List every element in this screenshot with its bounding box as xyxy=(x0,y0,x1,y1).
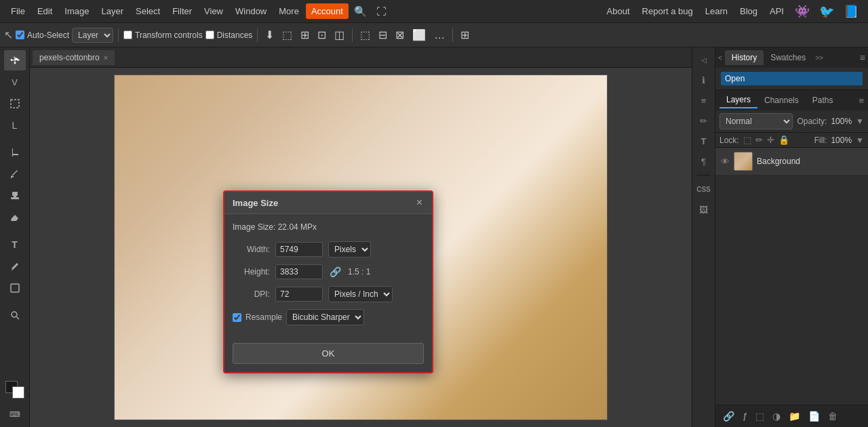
color-picker[interactable] xyxy=(5,381,24,399)
report-bug-link[interactable]: Report a bug xyxy=(637,3,698,19)
toolbar-icon-3[interactable]: ⊞ xyxy=(298,27,312,43)
facebook-icon[interactable]: 📘 xyxy=(840,1,863,22)
toolbar-icon-2[interactable]: ⬚ xyxy=(279,27,295,43)
fill-dropdown-icon[interactable]: ▼ xyxy=(856,136,864,145)
layers-menu-icon[interactable]: ≡ xyxy=(859,96,864,106)
lock-move-icon[interactable]: ✛ xyxy=(767,135,774,145)
menu-file[interactable]: File xyxy=(5,3,31,19)
layer-select[interactable]: Layer xyxy=(72,28,113,43)
menu-filter[interactable]: Filter xyxy=(167,3,197,19)
swatches-tab[interactable]: Swatches xyxy=(764,50,812,65)
dialog-close-button[interactable]: × xyxy=(415,197,424,208)
canvas-tab[interactable]: pexels-cottonbro × xyxy=(33,50,115,65)
toolbar-icon-4[interactable]: ⊡ xyxy=(315,27,329,43)
menu-edit[interactable]: Edit xyxy=(32,3,58,19)
menu-more[interactable]: More xyxy=(273,3,304,19)
twitter-icon[interactable]: 🐦 xyxy=(815,1,838,22)
toolbar-icon-9[interactable]: ⬜ xyxy=(410,27,429,43)
toolbar-icon-6[interactable]: ⬚ xyxy=(357,27,373,43)
tab-close-button[interactable]: × xyxy=(104,54,108,62)
dpi-unit-select[interactable]: Pixels / Inch xyxy=(328,286,393,302)
tool-select[interactable]: V xyxy=(4,72,26,92)
info-icon[interactable]: ℹ xyxy=(694,70,713,89)
image-thumb-icon[interactable]: 🖼 xyxy=(694,200,713,219)
menu-select[interactable]: Select xyxy=(130,3,165,19)
link-layers-icon[interactable]: 🔗 xyxy=(721,409,736,423)
canvas-container[interactable]: Image Size × Image Size: 22.04 MPx Width… xyxy=(30,68,692,427)
lock-transparent-icon[interactable]: ⬚ xyxy=(743,135,751,145)
tool-text[interactable]: T xyxy=(4,235,26,255)
tool-shape[interactable] xyxy=(4,278,26,298)
paint-icon[interactable]: ✏ xyxy=(694,111,713,130)
fullscreen-icon[interactable]: ⛶ xyxy=(372,3,391,20)
resample-method-select[interactable]: Bicubic Sharper xyxy=(286,309,364,325)
keyboard-icon[interactable]: ⌨ xyxy=(4,404,26,424)
toolbar-icon-1[interactable]: ⬇ xyxy=(262,27,277,43)
layers-tab[interactable]: Layers xyxy=(719,92,757,108)
new-layer-icon[interactable]: 📄 xyxy=(806,409,822,423)
tool-zoom[interactable] xyxy=(4,305,26,325)
tool-eraser[interactable] xyxy=(4,207,26,228)
css-icon[interactable]: CSS xyxy=(694,180,713,199)
layer-visibility-icon[interactable]: 👁 xyxy=(721,157,730,167)
width-input[interactable] xyxy=(275,242,323,257)
paths-tab[interactable]: Paths xyxy=(806,93,840,108)
adjustments-icon[interactable]: ≡ xyxy=(694,91,713,110)
chain-link-icon[interactable]: 🔗 xyxy=(330,266,341,277)
tool-crop[interactable] xyxy=(4,142,26,163)
width-unit-select[interactable]: Pixels xyxy=(328,241,371,258)
ok-button[interactable]: OK xyxy=(233,343,424,364)
toolbar-icon-more[interactable]: … xyxy=(431,28,448,43)
search-icon[interactable]: 🔍 xyxy=(350,3,371,20)
toolbar-icon-5[interactable]: ◫ xyxy=(332,27,347,43)
resample-checkbox[interactable] xyxy=(233,313,241,322)
menu-layer[interactable]: Layer xyxy=(96,3,130,19)
tool-move[interactable] xyxy=(4,50,26,70)
api-link[interactable]: API xyxy=(764,3,789,19)
tool-lasso[interactable]: L xyxy=(4,115,26,136)
dpi-input[interactable] xyxy=(275,287,323,302)
collapse-history-icon[interactable]: < xyxy=(718,54,722,62)
menu-account[interactable]: Account xyxy=(306,3,349,19)
delete-layer-icon[interactable]: 🗑 xyxy=(826,409,840,423)
toolbar-icon-7[interactable]: ⊟ xyxy=(376,27,390,43)
learn-link[interactable]: Learn xyxy=(700,3,733,19)
menu-image[interactable]: Image xyxy=(59,3,94,19)
text-icon[interactable]: T xyxy=(694,131,713,150)
autoselect-checkbox-label[interactable]: Auto-Select xyxy=(16,30,69,40)
about-link[interactable]: About xyxy=(601,3,635,19)
group-icon[interactable]: 📁 xyxy=(787,409,802,423)
autoselect-checkbox[interactable] xyxy=(16,30,24,39)
tool-pen[interactable] xyxy=(4,256,26,277)
history-tab[interactable]: History xyxy=(725,50,764,65)
lock-paint-icon[interactable]: ✏ xyxy=(755,135,763,145)
tool-rect-select[interactable] xyxy=(4,94,26,114)
distances-checkbox-label[interactable]: Distances xyxy=(205,30,253,40)
collapse-left-icon[interactable]: ◁ xyxy=(694,50,713,69)
reddit-icon[interactable]: 👾 xyxy=(791,1,814,22)
toolbar-icon-8[interactable]: ⊠ xyxy=(393,27,407,43)
background-color[interactable] xyxy=(12,386,24,399)
adjustment-icon[interactable]: ◑ xyxy=(770,409,783,423)
channels-tab[interactable]: Channels xyxy=(757,93,806,108)
history-item-open[interactable]: Open xyxy=(721,72,863,85)
tool-stamp[interactable] xyxy=(4,186,26,206)
panel-menu-icon[interactable]: ≡ xyxy=(860,52,865,63)
transform-checkbox-label[interactable]: Transform controls xyxy=(123,30,203,40)
effects-icon[interactable]: ƒ xyxy=(741,410,749,422)
expand-panel-icon[interactable]: >> xyxy=(815,54,823,62)
distances-checkbox[interactable] xyxy=(205,30,214,39)
blog-link[interactable]: Blog xyxy=(734,3,763,19)
blend-mode-select[interactable]: Normal xyxy=(719,113,793,129)
menu-view[interactable]: View xyxy=(199,3,229,19)
mask-icon[interactable]: ⬚ xyxy=(753,409,766,423)
tool-brush[interactable] xyxy=(4,164,26,184)
lock-all-icon[interactable]: 🔒 xyxy=(778,135,789,145)
menu-window[interactable]: Window xyxy=(230,3,272,19)
transform-checkbox[interactable] xyxy=(123,30,132,39)
paragraph-icon[interactable]: ¶ xyxy=(694,152,713,171)
grid-icon[interactable]: ⊞ xyxy=(458,27,472,43)
layer-item-background[interactable]: 👁 Background xyxy=(715,148,868,176)
height-input[interactable] xyxy=(275,264,323,279)
opacity-dropdown-icon[interactable]: ▼ xyxy=(856,117,864,126)
